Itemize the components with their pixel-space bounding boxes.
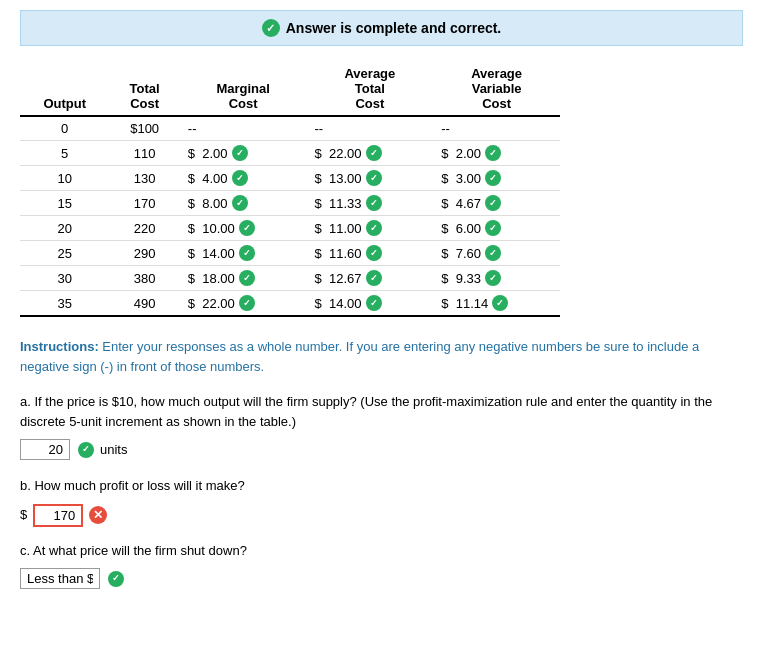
cell-output: 0 xyxy=(20,116,109,141)
table-row: 10130$ 4.00✓$ 13.00✓$ 3.00✓ xyxy=(20,166,560,191)
question-a-check-icon: ✓ xyxy=(78,442,94,458)
cell-atc: $ 14.00✓ xyxy=(307,291,434,317)
table-row: 30380$ 18.00✓$ 12.67✓$ 9.33✓ xyxy=(20,266,560,291)
cell-atc: $ 11.33✓ xyxy=(307,191,434,216)
marginal-check-icon: ✓ xyxy=(232,195,248,211)
cell-output: 35 xyxy=(20,291,109,317)
cell-atc: $ 11.60✓ xyxy=(307,241,434,266)
cell-atc: $ 11.00✓ xyxy=(307,216,434,241)
atc-check-icon: ✓ xyxy=(366,220,382,236)
cost-table-container: Output TotalCost MarginalCost AverageTot… xyxy=(20,62,743,317)
atc-check-icon: ✓ xyxy=(366,295,382,311)
marginal-check-icon: ✓ xyxy=(232,170,248,186)
question-a-units-label: units xyxy=(100,440,127,460)
question-c-answer-row: ✓ xyxy=(20,568,743,589)
cell-avc: $ 2.00✓ xyxy=(433,141,560,166)
question-b-input[interactable] xyxy=(33,504,83,527)
cell-avc: $ 4.67✓ xyxy=(433,191,560,216)
cell-marginal-cost: $ 2.00✓ xyxy=(180,141,307,166)
question-b-answer-row: $ ✕ xyxy=(20,504,743,527)
table-row: 25290$ 14.00✓$ 11.60✓$ 7.60✓ xyxy=(20,241,560,266)
avc-check-icon: ✓ xyxy=(485,220,501,236)
avc-check-icon: ✓ xyxy=(485,245,501,261)
banner-text: Answer is complete and correct. xyxy=(286,20,502,36)
cell-marginal-cost: $ 4.00✓ xyxy=(180,166,307,191)
question-b-text: b. How much profit or loss will it make? xyxy=(20,476,743,496)
atc-check-icon: ✓ xyxy=(366,195,382,211)
cell-marginal-cost: $ 8.00✓ xyxy=(180,191,307,216)
cost-table: Output TotalCost MarginalCost AverageTot… xyxy=(20,62,560,317)
question-a-input[interactable] xyxy=(20,439,70,460)
cell-marginal-cost: $ 22.00✓ xyxy=(180,291,307,317)
col-header-atc: AverageTotalCost xyxy=(307,62,434,116)
avc-check-icon: ✓ xyxy=(485,170,501,186)
instructions-body: Enter your responses as a whole number. … xyxy=(20,339,699,374)
question-a-answer-row: ✓ units xyxy=(20,439,743,460)
avc-check-icon: ✓ xyxy=(485,270,501,286)
col-header-marginal-cost: MarginalCost xyxy=(180,62,307,116)
table-row: 5110$ 2.00✓$ 22.00✓$ 2.00✓ xyxy=(20,141,560,166)
table-row: 20220$ 10.00✓$ 11.00✓$ 6.00✓ xyxy=(20,216,560,241)
question-c-text: c. At what price will the firm shut down… xyxy=(20,541,743,561)
cell-marginal-cost: -- xyxy=(180,116,307,141)
cell-output: 5 xyxy=(20,141,109,166)
cell-avc: $ 3.00✓ xyxy=(433,166,560,191)
cell-marginal-cost: $ 18.00✓ xyxy=(180,266,307,291)
cell-avc: $ 11.14✓ xyxy=(433,291,560,317)
atc-check-icon: ✓ xyxy=(366,170,382,186)
col-header-output: Output xyxy=(20,62,109,116)
cell-avc: $ 7.60✓ xyxy=(433,241,560,266)
marginal-check-icon: ✓ xyxy=(239,270,255,286)
cell-total-cost: $100 xyxy=(109,116,179,141)
question-b-dollar: $ xyxy=(20,505,27,525)
avc-check-icon: ✓ xyxy=(485,195,501,211)
cell-total-cost: 130 xyxy=(109,166,179,191)
table-row: 35490$ 22.00✓$ 14.00✓$ 11.14✓ xyxy=(20,291,560,317)
instructions-bold: Instructions: xyxy=(20,339,99,354)
cell-atc: -- xyxy=(307,116,434,141)
question-a-block: a. If the price is $10, how much output … xyxy=(20,392,743,460)
table-row: 15170$ 8.00✓$ 11.33✓$ 4.67✓ xyxy=(20,191,560,216)
col-header-total-cost: TotalCost xyxy=(109,62,179,116)
cell-output: 15 xyxy=(20,191,109,216)
cell-output: 30 xyxy=(20,266,109,291)
marginal-check-icon: ✓ xyxy=(239,245,255,261)
cell-total-cost: 490 xyxy=(109,291,179,317)
cell-atc: $ 12.67✓ xyxy=(307,266,434,291)
atc-check-icon: ✓ xyxy=(366,245,382,261)
cell-output: 10 xyxy=(20,166,109,191)
avc-check-icon: ✓ xyxy=(485,145,501,161)
cell-total-cost: 170 xyxy=(109,191,179,216)
question-b-block: b. How much profit or loss will it make?… xyxy=(20,476,743,527)
cell-atc: $ 13.00✓ xyxy=(307,166,434,191)
question-c-block: c. At what price will the firm shut down… xyxy=(20,541,743,590)
atc-check-icon: ✓ xyxy=(366,145,382,161)
cell-total-cost: 220 xyxy=(109,216,179,241)
col-header-avc: AverageVariableCost xyxy=(433,62,560,116)
atc-check-icon: ✓ xyxy=(366,270,382,286)
question-c-check-icon: ✓ xyxy=(108,571,124,587)
cell-marginal-cost: $ 10.00✓ xyxy=(180,216,307,241)
instructions-text: Instructions: Enter your responses as a … xyxy=(20,337,743,376)
cell-atc: $ 22.00✓ xyxy=(307,141,434,166)
cell-output: 20 xyxy=(20,216,109,241)
banner-check-icon: ✓ xyxy=(262,19,280,37)
table-row: 0$100------ xyxy=(20,116,560,141)
cell-avc: $ 6.00✓ xyxy=(433,216,560,241)
answer-banner: ✓ Answer is complete and correct. xyxy=(20,10,743,46)
cell-total-cost: 110 xyxy=(109,141,179,166)
question-a-text: a. If the price is $10, how much output … xyxy=(20,392,743,431)
marginal-check-icon: ✓ xyxy=(239,295,255,311)
question-b-error-icon: ✕ xyxy=(89,506,107,524)
instructions-section: Instructions: Enter your responses as a … xyxy=(20,337,743,376)
marginal-check-icon: ✓ xyxy=(239,220,255,236)
cell-marginal-cost: $ 14.00✓ xyxy=(180,241,307,266)
question-c-input[interactable] xyxy=(20,568,100,589)
cell-avc: -- xyxy=(433,116,560,141)
cell-total-cost: 380 xyxy=(109,266,179,291)
cell-avc: $ 9.33✓ xyxy=(433,266,560,291)
cell-output: 25 xyxy=(20,241,109,266)
avc-check-icon: ✓ xyxy=(492,295,508,311)
marginal-check-icon: ✓ xyxy=(232,145,248,161)
cell-total-cost: 290 xyxy=(109,241,179,266)
